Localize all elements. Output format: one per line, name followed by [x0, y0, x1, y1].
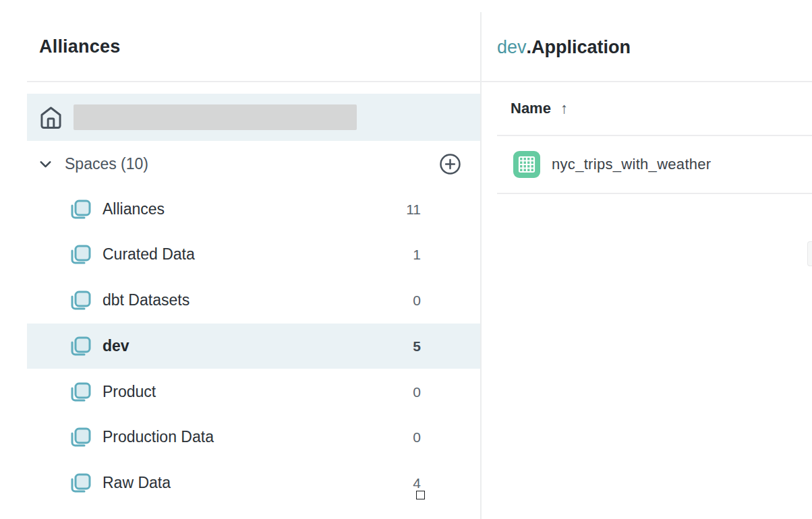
- space-count: 5: [401, 338, 421, 355]
- sidebar-title: Alliances: [39, 36, 120, 57]
- spaces-sidebar: Alliances Spaces (10): [0, 0, 481, 519]
- table-row-nyc-trips[interactable]: nyc_trips_with_weather: [497, 136, 812, 193]
- column-label: Name: [511, 100, 551, 117]
- sidebar-item-home[interactable]: [27, 94, 481, 141]
- space-icon: [67, 334, 93, 359]
- space-icon: [67, 288, 93, 313]
- app-window: Alliances Spaces (10): [0, 0, 812, 519]
- space-count: 11: [401, 202, 421, 218]
- space-icon: [67, 470, 93, 496]
- spaces-section-header: Spaces (10): [27, 146, 481, 182]
- space-label: dev: [103, 337, 129, 355]
- column-header-name[interactable]: Name ↑: [511, 100, 568, 117]
- sidebar-item-production-data[interactable]: Production Data 0: [27, 415, 481, 460]
- space-icon: [67, 379, 93, 405]
- sidebar-item-alliances[interactable]: Alliances 11: [27, 187, 481, 232]
- sidebar-item-dev[interactable]: dev 5: [27, 324, 481, 369]
- sort-ascending-icon: ↑: [560, 100, 568, 117]
- space-label: Curated Data: [103, 245, 195, 264]
- space-label: Raw Data: [103, 474, 171, 492]
- space-icon: [67, 197, 93, 222]
- chevron-down-icon[interactable]: [36, 155, 55, 173]
- space-icon: [67, 242, 93, 268]
- space-count: 0: [401, 429, 421, 446]
- breadcrumb-space-link[interactable]: dev: [497, 37, 527, 57]
- sidebar-item-product[interactable]: Product 0: [27, 369, 481, 415]
- breadcrumb: dev.Application: [497, 37, 631, 58]
- entity-list-panel: dev.Application Name ↑ nyc_trips_with_we…: [481, 0, 812, 519]
- panel-header-divider: [481, 81, 812, 82]
- table-row-divider: [497, 193, 812, 194]
- space-icon: [67, 425, 93, 450]
- space-count: 0: [401, 293, 421, 309]
- dataset-name: nyc_trips_with_weather: [552, 156, 712, 173]
- space-count: 0: [401, 384, 421, 400]
- redacted-home-label: [74, 104, 357, 130]
- space-count: 1: [401, 247, 421, 263]
- space-label: dbt Datasets: [103, 291, 190, 309]
- table-grid-icon: [513, 150, 541, 179]
- resize-handle-square: [416, 491, 425, 499]
- spaces-section-label: Spaces (10): [65, 155, 148, 173]
- space-label: Production Data: [103, 428, 214, 446]
- scrollbar-handle[interactable]: [807, 241, 812, 266]
- space-count: 4: [401, 475, 421, 491]
- sidebar-header-divider: [27, 81, 481, 82]
- sidebar-item-curated-data[interactable]: Curated Data 1: [27, 232, 481, 277]
- breadcrumb-entity: Application: [531, 37, 631, 57]
- home-icon: [38, 105, 63, 130]
- sidebar-item-raw-data[interactable]: Raw Data 4: [27, 460, 481, 506]
- breadcrumb-separator: .: [527, 37, 532, 57]
- add-space-button[interactable]: [438, 152, 462, 176]
- space-label: Product: [103, 383, 156, 401]
- space-label: Alliances: [103, 200, 165, 218]
- sidebar-item-dbt-datasets[interactable]: dbt Datasets 0: [27, 278, 481, 323]
